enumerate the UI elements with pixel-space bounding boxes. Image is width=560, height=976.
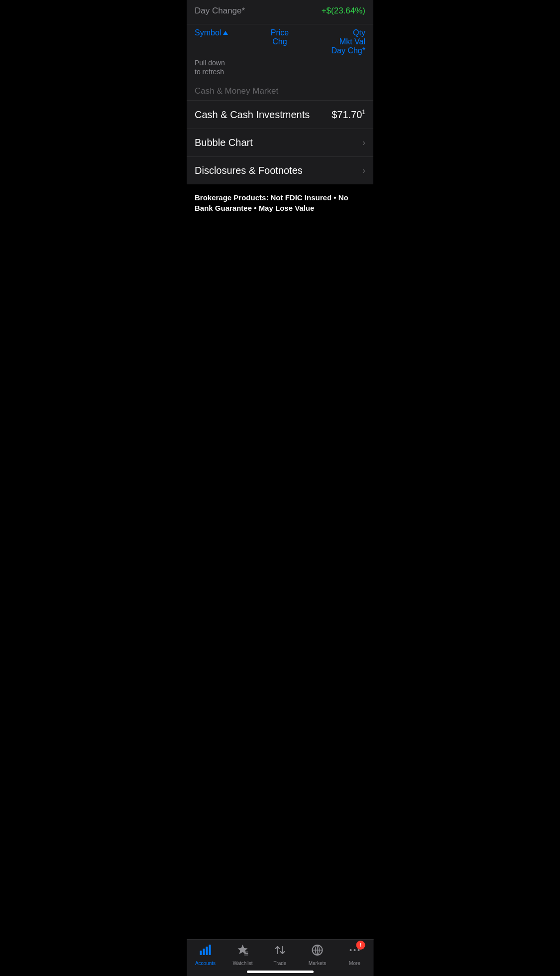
cash-investments-label: Cash & Cash Investments — [195, 109, 310, 121]
cash-investments-value: $71.701 — [332, 109, 365, 121]
main-content: Day Change* +$​​​​​ (23.64%) Symbol Pric… — [187, 0, 373, 371]
day-change-row: Day Change* +$​​​​​ (23.64%) — [195, 6, 365, 16]
pull-down-hint: Pull down to refresh — [187, 57, 373, 80]
disclosures-item[interactable]: Disclosures & Footnotes › — [187, 156, 373, 184]
disclosure-section: Brokerage Products: Not FDIC Insured • N… — [187, 184, 373, 221]
header-section: Day Change* +$​​​​​ (23.64%) — [187, 0, 373, 24]
cash-investments-item[interactable]: Cash & Cash Investments $71.701 — [187, 100, 373, 129]
bubble-chart-chevron-icon: › — [362, 138, 365, 148]
empty-space — [187, 221, 373, 371]
disclosures-right: › — [362, 165, 365, 176]
bubble-chart-right: › — [362, 138, 365, 148]
day-change-label: Day Change* — [195, 6, 245, 16]
disclosures-label: Disclosures & Footnotes — [195, 165, 303, 176]
symbol-header[interactable]: Symbol — [195, 28, 228, 37]
disclosure-text: Brokerage Products: Not FDIC Insured • N… — [195, 192, 365, 213]
qty-mktval-header: Qty Mkt Val Day Chg* — [332, 28, 365, 55]
bubble-chart-label: Bubble Chart — [195, 137, 253, 148]
column-headers: Symbol Price Chg Qty Mkt Val Day Chg* — [187, 24, 373, 57]
bubble-chart-item[interactable]: Bubble Chart › — [187, 129, 373, 156]
cash-money-market-header: Cash & Money Market — [187, 80, 373, 100]
day-change-value: +$​​​​​ (23.64%) — [322, 6, 365, 16]
price-chg-header: Price Chg — [271, 28, 289, 46]
disclosures-chevron-icon: › — [362, 165, 365, 176]
sort-asc-icon — [223, 31, 228, 35]
